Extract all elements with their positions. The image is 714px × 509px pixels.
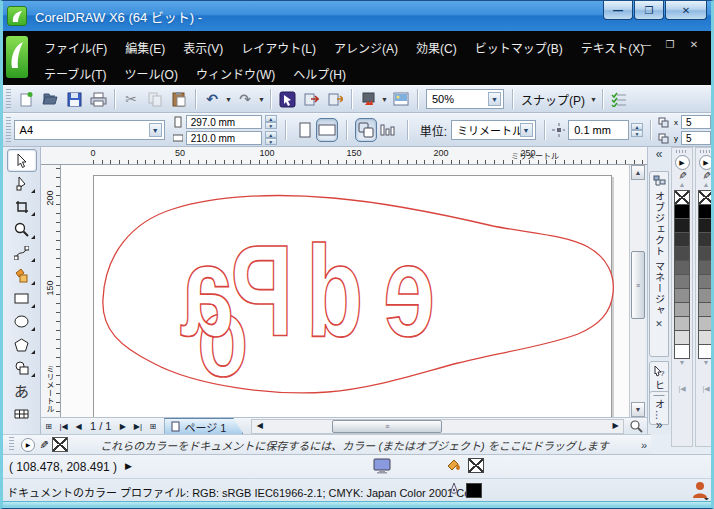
mdi-restore-icon[interactable]: ❐: [663, 39, 677, 50]
title-bar[interactable]: CorelDRAW X6 (64 ビット) - — ❐ ✕: [3, 1, 711, 31]
horizontal-ruler[interactable]: ミリメートル 050100150200250: [41, 147, 647, 165]
open-button[interactable]: [38, 88, 62, 110]
palette-flyout-icon[interactable]: ▶: [699, 155, 714, 170]
toolbar-grip[interactable]: [6, 89, 11, 110]
last-page-icon[interactable]: ▶|: [130, 422, 145, 431]
docker-collapse-button[interactable]: «: [648, 147, 670, 161]
zoom-level-combo[interactable]: 50% ▼: [426, 89, 504, 109]
basic-shapes-tool[interactable]: [7, 356, 37, 379]
menu-item-2[interactable]: ウィンドウ(W): [187, 59, 284, 85]
color-swatch[interactable]: [674, 302, 690, 317]
previous-page-icon[interactable]: ◀: [71, 422, 86, 431]
mdi-minimize-icon[interactable]: —: [639, 39, 653, 50]
save-button[interactable]: [62, 88, 86, 110]
landscape-button[interactable]: [316, 118, 338, 142]
color-swatch[interactable]: [698, 302, 714, 317]
undo-dropdown-icon[interactable]: ▼: [224, 96, 233, 103]
palette-scroll-down-icon[interactable]: ▼: [679, 359, 686, 369]
menu-item-2[interactable]: 表示(V): [174, 33, 232, 59]
paper-width-field[interactable]: 297.0 mm: [186, 115, 262, 129]
tray-overflow-icon[interactable]: »: [641, 439, 651, 451]
nudge-field[interactable]: 0.1 mm: [568, 120, 629, 140]
navigator-magnifier-icon[interactable]: [629, 419, 645, 433]
paper-height-field[interactable]: 210.0 mm: [186, 131, 262, 145]
outline-status-swatch[interactable]: [466, 483, 482, 498]
tray-eyedropper-icon[interactable]: ✎: [37, 440, 50, 449]
paste-button[interactable]: [167, 88, 191, 110]
color-swatch[interactable]: [674, 218, 690, 233]
color-swatch[interactable]: [698, 232, 714, 247]
color-swatch[interactable]: [698, 288, 714, 303]
rectangle-tool[interactable]: [7, 287, 37, 310]
launcher-dropdown-icon[interactable]: ▼: [380, 96, 389, 103]
snap-button[interactable]: スナップ(P): [521, 91, 585, 108]
minimize-button[interactable]: —: [603, 1, 633, 20]
color-swatch[interactable]: [674, 232, 690, 247]
tray-grip[interactable]: [9, 437, 14, 452]
all-pages-button[interactable]: [355, 118, 377, 142]
fill-status-swatch[interactable]: [468, 458, 484, 473]
menu-item-1[interactable]: 編集(E): [116, 33, 174, 59]
color-swatch[interactable]: [674, 274, 690, 289]
color-swatch[interactable]: [674, 260, 690, 275]
color-swatch[interactable]: [674, 246, 690, 261]
menu-item-4[interactable]: アレンジ(A): [325, 33, 407, 59]
color-swatch[interactable]: [698, 316, 714, 331]
palette-scroll-down-icon[interactable]: ▼: [703, 359, 710, 369]
menu-item-6[interactable]: ビットマップ(B): [466, 33, 572, 59]
add-page-button[interactable]: ⊞: [145, 422, 160, 431]
options-button[interactable]: [607, 88, 631, 110]
menu-item-0[interactable]: テーブル(T): [35, 59, 116, 85]
no-color-swatch[interactable]: [674, 190, 690, 205]
snap-dropdown-icon[interactable]: ▼: [589, 96, 598, 103]
color-swatch[interactable]: [698, 204, 714, 219]
scroll-down-icon[interactable]: ▼: [631, 402, 645, 417]
close-button[interactable]: ✕: [665, 1, 707, 20]
paper-width-spinner[interactable]: ▲▼: [265, 115, 277, 129]
welcome-screen-button[interactable]: [389, 88, 413, 110]
crop-tool[interactable]: [7, 195, 37, 218]
palette-flyout-icon[interactable]: ▶: [675, 155, 690, 170]
new-document-button[interactable]: [14, 88, 38, 110]
tray-flyout-icon[interactable]: ▶: [21, 438, 35, 452]
page-size-dropdown-icon[interactable]: ▼: [149, 123, 162, 137]
user-account-icon[interactable]: [691, 481, 709, 500]
vertical-scrollbar[interactable]: ▲ ≡ ▼: [629, 165, 645, 417]
zoom-tool[interactable]: [7, 218, 37, 241]
scroll-left-icon[interactable]: ◀: [252, 421, 267, 430]
smart-fill-tool[interactable]: [7, 264, 37, 287]
maximize-button[interactable]: ❐: [634, 1, 664, 20]
paper-height-spinner[interactable]: ▲▼: [265, 131, 277, 145]
vertical-scroll-thumb[interactable]: ≡: [631, 251, 645, 319]
color-swatch[interactable]: [674, 344, 690, 359]
docker-close-icon[interactable]: ✕: [655, 319, 663, 329]
polygon-tool[interactable]: [7, 333, 37, 356]
units-combo[interactable]: ミリメートル ▼: [451, 120, 536, 140]
ellipse-tool[interactable]: [7, 310, 37, 333]
text-tool[interactable]: あ: [7, 379, 37, 402]
color-swatch[interactable]: [698, 260, 714, 275]
portrait-button[interactable]: [294, 118, 316, 142]
color-swatch[interactable]: [698, 218, 714, 233]
scroll-up-icon[interactable]: ▲: [631, 165, 645, 180]
shape-tool[interactable]: [7, 172, 37, 195]
color-swatch[interactable]: [698, 330, 714, 345]
drawing-canvas[interactable]: e d P o a: [61, 165, 629, 417]
propbar-grip[interactable]: [6, 117, 11, 143]
docker-expand-button[interactable]: »: [648, 418, 670, 432]
vertical-ruler[interactable]: ミリメートル 200150: [41, 165, 61, 417]
pick-tool[interactable]: [7, 149, 37, 172]
status-flyout-icon[interactable]: ▶: [125, 461, 132, 471]
mdi-close-icon[interactable]: ✕: [687, 39, 701, 50]
export-button[interactable]: [323, 88, 347, 110]
palette-expand-icon[interactable]: |◀: [702, 385, 709, 395]
horizontal-scrollbar[interactable]: ◀ ≡ ▶: [251, 419, 624, 434]
menu-item-1[interactable]: ツール(O): [116, 59, 187, 85]
no-color-swatch[interactable]: [698, 190, 714, 205]
menu-item-3[interactable]: ヘルプ(H): [284, 59, 355, 85]
color-swatch[interactable]: [674, 288, 690, 303]
color-swatch[interactable]: [698, 274, 714, 289]
next-page-icon[interactable]: ▶: [115, 422, 130, 431]
units-dropdown-icon[interactable]: ▼: [520, 123, 533, 137]
application-launcher-button[interactable]: [356, 88, 380, 110]
